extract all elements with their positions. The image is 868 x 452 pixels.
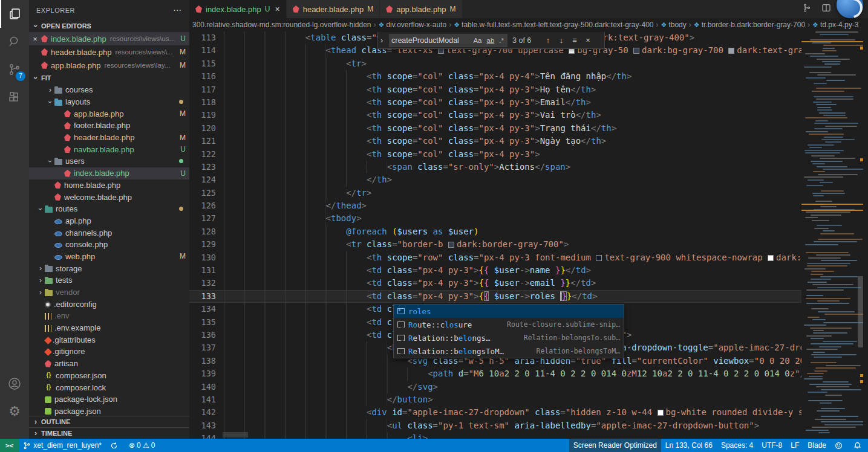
sync-button[interactable] [106, 439, 125, 452]
tree-item--editorconfig[interactable]: .editorconfig [29, 298, 189, 310]
encoding-item[interactable]: UTF-8 [757, 439, 786, 452]
code-token: class [448, 136, 474, 146]
outline-section[interactable]: › OUTLINE [29, 416, 189, 427]
suggestion-item[interactable]: Route::closureRoute-closure.sublime-snip… [394, 318, 624, 331]
tree-item-composer-json[interactable]: {}composer.json [29, 370, 189, 382]
minimap-code-row [814, 357, 842, 358]
open-editor-item[interactable]: header.blade.phpresources\views\...M [29, 45, 189, 59]
tree-item--env[interactable]: .env [29, 310, 189, 322]
timeline-section[interactable]: › TIMELINE [29, 427, 189, 439]
code-token: > [564, 239, 569, 249]
split-editor-icon[interactable] [821, 2, 832, 13]
tree-item-api-php[interactable]: api.php [29, 215, 189, 227]
code-editor[interactable]: 113<table class="w-full text-sm text-lef… [189, 31, 868, 439]
open-editor-item[interactable]: app.blade.phpresources\views\lay...M [29, 59, 189, 72]
tree-item-app-blade-php[interactable]: app.blade.phpM [29, 108, 189, 120]
tree-item-package-lock-json[interactable]: package-lock.json [29, 393, 189, 405]
suggestion-item[interactable]: Relation::belongsToM…Relation-belongsToM… [394, 344, 624, 358]
line-number: 115 [189, 57, 216, 70]
tab-header-blade-php[interactable]: header.blade.phpM [287, 0, 379, 18]
tree-item-vendor[interactable]: ›vendor [29, 286, 189, 299]
code-token: "px-4 py-3" [417, 278, 474, 288]
eol-item[interactable]: LF [786, 439, 803, 452]
tab-index-blade-php[interactable]: index.blade.phpU× [189, 0, 286, 18]
tree-item-welcome-blade-php[interactable]: welcome.blade.php [29, 191, 189, 203]
feedback-item[interactable] [830, 439, 849, 452]
tree-item-web-php[interactable]: web.phpM [29, 251, 189, 263]
screen-reader-mode-item[interactable]: Screen Reader Optimized [569, 439, 661, 452]
suggestion-item[interactable]: Relation::belongs…Relation-belongsTo.sub… [394, 331, 624, 344]
tree-item-index-blade-php[interactable]: index.blade.phpU [29, 167, 189, 179]
code-token: li [413, 433, 423, 439]
breadcrumb: 300.relative.shadow-md.sm:rounded-lg.ove… [189, 18, 868, 31]
language-mode-item[interactable]: Blade [803, 439, 830, 452]
close-find-button[interactable]: × [581, 36, 595, 45]
folder-green-file-icon [45, 278, 53, 284]
tree-item-storage[interactable]: ›storage [29, 262, 189, 274]
line-number: 141 [189, 393, 216, 406]
tree-item--gitattributes[interactable]: .gitattributes [29, 334, 189, 346]
tree-item-layouts[interactable]: ›layouts [29, 96, 189, 108]
explorer-more-actions[interactable]: ··· [174, 7, 182, 14]
previous-match-button[interactable]: ↑ [541, 36, 555, 45]
remote-indicator[interactable]: >< [0, 439, 19, 452]
files-icon[interactable] [0, 0, 29, 28]
breadcrumb-item[interactable]: ❖tr.border-b.dark:border-gray-700 [694, 21, 805, 29]
minimap-marker [860, 47, 863, 50]
tree-item-users[interactable]: ›users [29, 155, 189, 167]
breadcrumb-item[interactable]: ❖td.px-4.py-3 [812, 21, 858, 29]
tree-item-console-php[interactable]: console.php [29, 239, 189, 251]
tree-item-footer-blade-php[interactable]: footer.blade.php [29, 120, 189, 132]
settings-gear-icon[interactable]: ⚙ [0, 398, 29, 425]
match-case-toggle[interactable]: Aa [472, 36, 483, 45]
tree-item-navbar-blade-php[interactable]: navbar.blade.phpU [29, 143, 189, 155]
tree-item-courses[interactable]: ›courses [29, 84, 189, 96]
tree-item--env-example[interactable]: .env.example [29, 322, 189, 334]
tree-item-artisan[interactable]: artisan [29, 358, 189, 370]
minimap[interactable] [801, 31, 863, 439]
account-icon[interactable] [0, 370, 29, 398]
extensions-icon[interactable] [0, 83, 29, 111]
indent-guides [224, 44, 326, 57]
tree-item-tests[interactable]: ›tests [29, 274, 189, 286]
line-number: 118 [189, 96, 216, 109]
indentation-item[interactable]: Spaces: 4 [717, 439, 757, 452]
whole-word-toggle[interactable]: ab [486, 36, 496, 45]
find-input[interactable]: createProductModal Aa ab .* [389, 34, 507, 47]
tree-item-routes[interactable]: ›routes [29, 203, 189, 215]
cursor-position-item[interactable]: Ln 133, Col 66 [661, 439, 717, 452]
vscode-window: 7 ⚙ EXPLORER ··· › OPEN EDITORS ×index.b… [0, 0, 868, 452]
tree-item-header-blade-php[interactable]: header.blade.phpM [29, 132, 189, 144]
source-control-icon[interactable]: 7 [0, 56, 29, 83]
breadcrumb-item[interactable]: ❖table.w-full.text-sm.text-left.text-gra… [454, 21, 653, 29]
next-match-button[interactable]: ↓ [555, 36, 568, 45]
tree-item-channels-php[interactable]: channels.php [29, 227, 189, 239]
git-branch-item[interactable]: xet_diem_ren_luyen* [19, 439, 106, 452]
open-editors-header[interactable]: › OPEN EDITORS [29, 20, 189, 32]
close-icon[interactable]: × [29, 34, 41, 44]
breadcrumb-item[interactable]: 300.relative.shadow-md.sm:rounded-lg.ove… [192, 21, 371, 29]
find-expand-toggle[interactable]: › [380, 36, 389, 45]
tree-item-composer-lock[interactable]: {}composer.lock [29, 381, 189, 393]
tree-item--gitignore[interactable]: .gitignore [29, 346, 189, 358]
find-in-selection-button[interactable]: ≡ [568, 36, 581, 45]
open-editor-item[interactable]: ×index.blade.phpresources\views\us...U [29, 32, 189, 45]
project-root-header[interactable]: › FIT [29, 72, 189, 84]
breadcrumb-item[interactable]: ❖tbody [661, 21, 687, 29]
notifications-item[interactable] [849, 439, 868, 452]
source-control-graph-icon[interactable] [801, 2, 812, 13]
search-icon[interactable] [0, 28, 29, 56]
problems-item[interactable]: ⊗ 0 ⚠ 0 [125, 439, 160, 452]
tab-app-blade-php[interactable]: app.blade.phpM [380, 0, 462, 18]
feedback-smiley-icon [835, 442, 843, 450]
regex-toggle[interactable]: .* [498, 36, 505, 45]
sidebar-bottom-sections: › OUTLINE › TIMELINE [29, 416, 189, 439]
git-status-letter: U [177, 145, 186, 153]
tree-item-home-blade-php[interactable]: home.blade.php [29, 179, 189, 192]
close-icon[interactable]: × [275, 4, 279, 14]
find-query[interactable]: createProductModal [391, 36, 469, 45]
breadcrumb-item[interactable]: ❖div.overflow-x-auto [379, 21, 447, 29]
horizontal-scrollbar[interactable] [223, 432, 248, 437]
suggestion-item[interactable]: roles [394, 305, 624, 318]
code-token: dark:border-gray-700" [457, 239, 564, 249]
